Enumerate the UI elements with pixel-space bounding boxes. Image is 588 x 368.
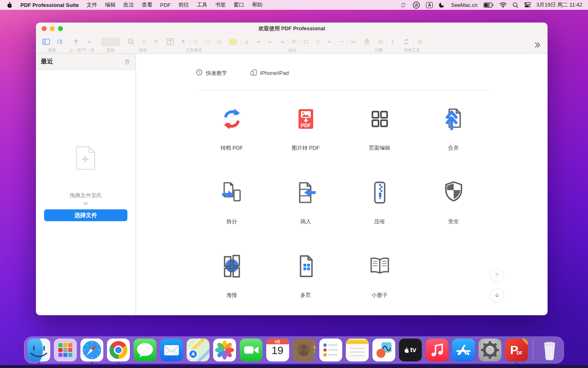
- menu-view[interactable]: 查看: [142, 1, 152, 9]
- line-icon[interactable]: [335, 37, 344, 46]
- dock-pdf-professional[interactable]: P DF: [505, 339, 528, 361]
- tool-split[interactable]: 拆分: [195, 174, 269, 247]
- security-icon: [441, 180, 467, 206]
- vpn-menu-label[interactable]: SeeMac.cn: [451, 2, 477, 8]
- dock-contacts[interactable]: [293, 339, 316, 361]
- tool-convert-pdf[interactable]: 转档 PDF: [195, 100, 269, 174]
- menu-help[interactable]: 帮助: [252, 1, 263, 9]
- close-button[interactable]: [42, 26, 47, 31]
- dock-settings[interactable]: [479, 339, 501, 361]
- zoom-select-icon[interactable]: [213, 37, 222, 46]
- dock-appstore[interactable]: [452, 339, 475, 361]
- tool-booklet[interactable]: 小册子: [343, 247, 416, 315]
- squiggly-icon[interactable]: [264, 37, 273, 46]
- underline-icon[interactable]: [241, 37, 249, 46]
- scroll-down-button[interactable]: [490, 288, 504, 302]
- multi-page-icon: [293, 253, 319, 279]
- rectangle-icon[interactable]: [300, 37, 309, 46]
- panel-left-icon[interactable]: [42, 37, 51, 46]
- menu-go[interactable]: 前往: [178, 1, 189, 9]
- tab-iphone-ipad[interactable]: iPhone/iPad: [250, 69, 289, 77]
- arrow-icon[interactable]: [323, 37, 332, 46]
- input-source-badge[interactable]: A: [426, 2, 433, 8]
- choose-file-button[interactable]: 选择文件: [44, 209, 127, 221]
- convert-icon[interactable]: [402, 37, 411, 46]
- dock-calendar[interactable]: 3月 19: [266, 339, 289, 361]
- signature-icon[interactable]: [386, 37, 395, 46]
- clear-recent-trash-icon[interactable]: [124, 58, 131, 65]
- menu-annotate[interactable]: 批注: [123, 1, 134, 9]
- tool-merge[interactable]: 合并: [416, 100, 490, 174]
- dock-appletv[interactable]: tv: [399, 339, 422, 361]
- page-number-field[interactable]: [101, 38, 120, 46]
- ellipse-icon[interactable]: [312, 37, 321, 46]
- magnifier-icon[interactable]: [189, 37, 198, 46]
- apple-menu-icon[interactable]: [7, 2, 12, 8]
- highlight-icon[interactable]: [229, 37, 238, 46]
- dock-messages[interactable]: [134, 339, 156, 361]
- menu-bookmarks[interactable]: 书签: [215, 1, 226, 9]
- tool-image-to-pdf[interactable]: PDF 图片转 PDF: [269, 100, 343, 174]
- control-center-icon[interactable]: [524, 2, 531, 8]
- tool-poster[interactable]: 海报: [195, 247, 269, 315]
- toolbar-overflow-chevrons-icon[interactable]: [533, 39, 542, 51]
- dock-facetime[interactable]: [240, 339, 263, 361]
- wifi-icon[interactable]: [499, 2, 507, 8]
- link-icon[interactable]: [347, 37, 356, 46]
- dock-freeform[interactable]: [372, 339, 395, 361]
- dock-chrome[interactable]: [107, 339, 130, 361]
- dock-launchpad[interactable]: [54, 339, 77, 361]
- panel-right-icon[interactable]: [53, 37, 62, 46]
- scroll-up-button[interactable]: [490, 268, 504, 282]
- page-down-icon[interactable]: [83, 37, 92, 46]
- toolbar-group-panel: 面板: [42, 36, 62, 53]
- stamp-icon[interactable]: [363, 37, 372, 46]
- menu-edit[interactable]: 编辑: [105, 1, 116, 9]
- zoom-out-icon[interactable]: [127, 37, 136, 46]
- tool-multi-page[interactable]: 多页: [269, 247, 343, 315]
- menu-file[interactable]: 文件: [87, 1, 97, 9]
- menu-window[interactable]: 窗口: [234, 1, 244, 9]
- menu-pdf[interactable]: PDF: [160, 2, 171, 8]
- toolbar-label-page: 页面: [107, 47, 115, 53]
- dock-safari[interactable]: [80, 339, 103, 361]
- dock-music[interactable]: [425, 339, 448, 361]
- strikethrough-icon[interactable]: [252, 37, 261, 46]
- zoom-in-icon[interactable]: [150, 37, 159, 46]
- dock-trash[interactable]: [538, 339, 561, 361]
- dock-maps[interactable]: [187, 339, 209, 361]
- to-pdf-icon[interactable]: PDF: [414, 37, 423, 46]
- dock-mail[interactable]: [160, 339, 183, 361]
- page-up-icon[interactable]: [71, 37, 80, 46]
- menu-tools[interactable]: 工具: [197, 1, 207, 9]
- spotlight-search-icon[interactable]: [512, 2, 519, 8]
- text-select-icon[interactable]: [166, 37, 175, 46]
- window-titlebar[interactable]: 欢迎使用 PDF Professional: [36, 22, 548, 35]
- area-select-icon[interactable]: [201, 37, 210, 46]
- zoom-button[interactable]: [58, 26, 63, 31]
- menubar-app-name[interactable]: PDF Professional Suite: [20, 2, 79, 8]
- menubar-clock[interactable]: 3月19日 周二 11:42: [537, 1, 582, 9]
- fit-width-icon[interactable]: [138, 37, 147, 46]
- file-dropzone[interactable]: 拖拽文件至此 or 选择文件: [36, 70, 136, 221]
- dock-notes[interactable]: [346, 339, 369, 361]
- display-switch-icon[interactable]: [412, 1, 420, 9]
- contacts-icon: [293, 339, 316, 361]
- dock-finder[interactable]: [27, 339, 50, 361]
- dock-photos[interactable]: [213, 339, 236, 361]
- note-icon[interactable]: [288, 37, 297, 46]
- pdf-icon-letter-df: DF: [517, 350, 523, 355]
- tool-page-edit[interactable]: 页面编辑: [343, 100, 416, 174]
- battery-charging-icon[interactable]: [483, 2, 494, 8]
- dock-reminders[interactable]: [319, 339, 342, 361]
- image-stamp-icon[interactable]: [374, 37, 383, 46]
- text-edit-icon[interactable]: [276, 37, 285, 46]
- sync-icon[interactable]: [400, 2, 407, 9]
- tool-insert[interactable]: 插入: [269, 174, 343, 247]
- tool-security[interactable]: 安全: [416, 174, 490, 247]
- focus-moon-icon[interactable]: [439, 2, 445, 8]
- tool-compress[interactable]: 压缩: [343, 174, 416, 247]
- hand-tool-icon[interactable]: [178, 37, 187, 46]
- minimize-button[interactable]: [50, 26, 55, 31]
- tab-quick-tutorial[interactable]: ? 快速教学: [196, 69, 227, 77]
